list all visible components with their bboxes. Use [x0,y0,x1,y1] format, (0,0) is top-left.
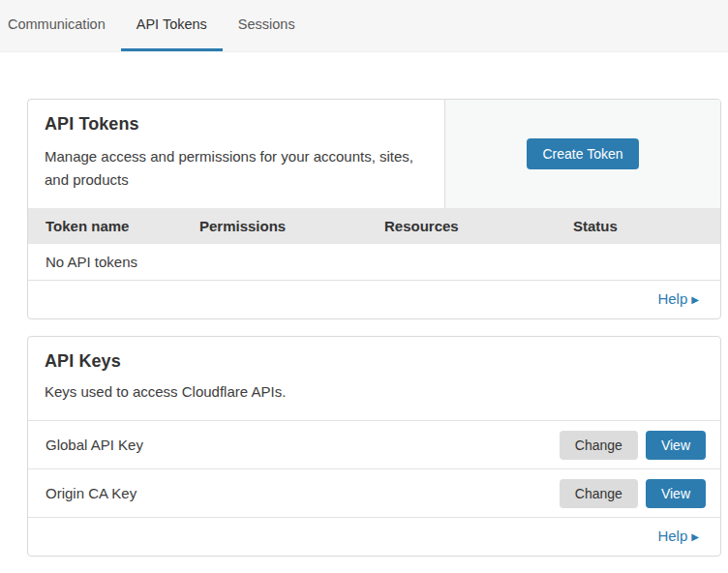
tab-communication[interactable]: Communication [8,0,121,51]
help-link-label: Help [657,528,687,544]
help-arrow-icon: ▶ [691,531,699,542]
tab-bar: Communication API Tokens Sessions [0,0,728,52]
tokens-empty-row: No API tokens [28,244,720,281]
key-row-global-api-key: Global API Key Change View [28,420,720,468]
api-tokens-help-link[interactable]: Help▶ [657,290,699,307]
tab-sessions[interactable]: Sessions [223,0,311,51]
tokens-table-header: Token name Permissions Resources Status [28,208,720,244]
column-header-status: Status [573,218,720,234]
create-token-button[interactable]: Create Token [527,138,638,169]
global-api-key-view-button[interactable]: View [646,431,706,460]
api-keys-card: API Keys Keys used to access Cloudflare … [27,336,721,557]
origin-ca-key-view-button[interactable]: View [646,479,706,508]
api-keys-description: Keys used to access Cloudflare APIs. [45,380,422,404]
api-tokens-card: API Tokens Manage access and permissions… [27,99,721,319]
help-arrow-icon: ▶ [691,294,699,305]
column-header-token-name: Token name [46,218,199,234]
column-header-permissions: Permissions [199,218,384,234]
key-name: Global API Key [46,437,560,453]
api-tokens-card-header: API Tokens Manage access and permissions… [28,100,720,208]
column-header-resources: Resources [384,218,573,234]
api-tokens-card-header-text: API Tokens Manage access and permissions… [28,100,445,208]
main-content: API Tokens Manage access and permissions… [0,52,728,557]
key-row-origin-ca-key: Origin CA Key Change View [28,468,720,517]
api-keys-card-footer: Help▶ [28,517,720,556]
key-name: Origin CA Key [46,485,560,501]
tab-api-tokens[interactable]: API Tokens [121,0,223,51]
api-keys-card-header: API Keys Keys used to access Cloudflare … [28,337,720,420]
origin-ca-key-change-button[interactable]: Change [560,479,638,508]
api-tokens-card-footer: Help▶ [28,281,720,318]
api-keys-title: API Keys [45,351,704,372]
help-link-label: Help [657,290,687,307]
api-keys-help-link[interactable]: Help▶ [657,528,699,544]
api-tokens-card-header-actions: Create Token [445,100,720,208]
global-api-key-change-button[interactable]: Change [560,431,638,460]
api-tokens-description: Manage access and permissions for your a… [45,145,422,192]
api-tokens-title: API Tokens [45,114,428,135]
